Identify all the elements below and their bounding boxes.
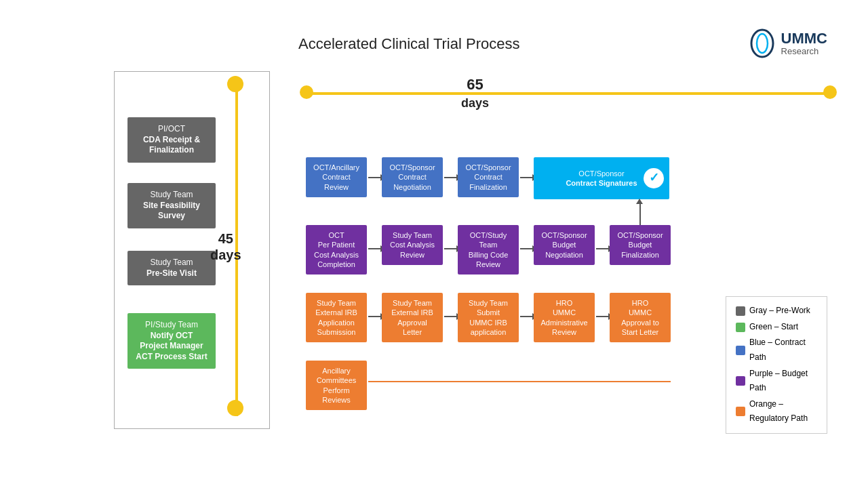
flow-box-hro-approval: HROUMMCApproval toStart Letter [610, 293, 671, 342]
lp-box-study-team-visit: Study TeamPre-Site Visit [127, 251, 216, 285]
top-days-label: 65 days [461, 76, 489, 112]
logo: UMMC Research [747, 28, 827, 58]
arrow-up-line [639, 201, 641, 225]
flow-box-oct-ancillary: OCT/AncillaryContractReview [306, 157, 367, 197]
ummc-logo-icon [747, 28, 777, 58]
orange-connector-line [368, 381, 671, 382]
legend-color-gray [736, 306, 745, 316]
flow-box-oct-sponsor-neg: OCT/SponsorContractNegotiation [382, 157, 443, 197]
legend-color-green [736, 323, 745, 332]
flow-box-billing: OCT/StudyTeamBilling CodeReview [458, 225, 519, 274]
lp-box-study-team-survey: Study TeamSite FeasibilitySurvey [127, 183, 216, 228]
logo-research: Research [781, 47, 827, 56]
left-days-label: 45 days [210, 230, 241, 263]
legend-color-purple [736, 376, 745, 386]
top-timeline-dot-left [300, 85, 313, 99]
flow-box-study-cost: Study TeamCost AnalysisReview [382, 225, 443, 265]
flow-box-ext-irb-letter: Study TeamExternal IRBApprovalLetter [382, 293, 443, 342]
logo-text: UMMC Research [781, 30, 827, 56]
legend-item-blue: Blue – ContractPath [736, 336, 817, 365]
flow-box-oct-sponsor-sig: OCT/SponsorContract Signatures ✓ [534, 157, 669, 199]
flow-box-ext-irb-sub: Study TeamExternal IRBApplicationSubmiss… [306, 293, 367, 342]
flow-box-oct-cost: OCTPer PatientCost AnalysisCompletion [306, 225, 367, 274]
flow-box-budget-neg: OCT/SponsorBudgetNegotiation [534, 225, 595, 265]
flow-box-committees: AncillaryCommitteesPerformReviews [306, 361, 367, 410]
legend-item-orange: Orange –Regulatory Path [736, 397, 817, 426]
top-timeline-dot-right [823, 85, 837, 99]
flow-box-budget-fin: OCT/SponsorBudgetFinalization [610, 225, 671, 265]
flow-box-hro-admin: HROUMMCAdministrativeReview [534, 293, 595, 342]
flow-box-ummc-irb: Study TeamSubmitUMMC IRBapplication [458, 293, 519, 342]
arrow-up-head [636, 199, 643, 204]
flow-box-oct-sponsor-fin: OCT/SponsorContractFinalization [458, 157, 519, 197]
logo-ummc: UMMC [781, 30, 827, 47]
legend-color-orange [736, 407, 745, 416]
page-title: Accelerated Clinical Trial Process [298, 35, 519, 53]
lp-box-pi-notify: PI/Study TeamNotify OCTProject ManagerAC… [127, 313, 216, 369]
svg-point-1 [757, 34, 768, 53]
legend: Gray – Pre-Work Green – Start Blue – Con… [726, 296, 827, 434]
check-icon: ✓ [644, 168, 664, 188]
legend-color-blue [736, 346, 745, 355]
timeline-dot-bottom [227, 400, 243, 416]
top-timeline-line [305, 92, 831, 95]
legend-item-green: Green – Start [736, 320, 817, 335]
legend-item-gray: Gray – Pre-Work [736, 304, 817, 319]
legend-item-purple: Purple – BudgetPath [736, 367, 817, 396]
lp-box-pi-oct: PI/OCTCDA Receipt &Finalization [127, 117, 216, 163]
